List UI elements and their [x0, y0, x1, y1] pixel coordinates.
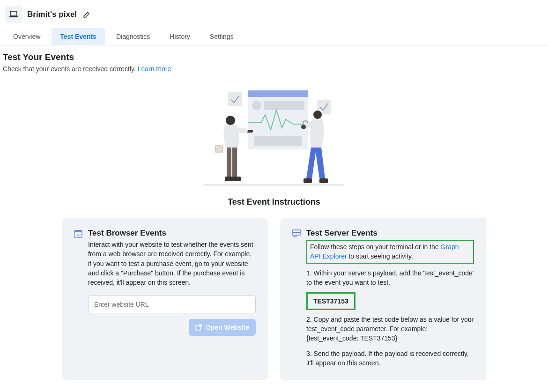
subtitle-text: Check that your events are received corr… — [3, 65, 138, 73]
svg-point-18 — [313, 111, 322, 119]
server-step-1: 1. Within your server's payload, add the… — [306, 268, 474, 288]
tab-settings[interactable]: Settings — [201, 28, 242, 45]
cards-row: </> Test Browser Events Interact with yo… — [0, 218, 548, 380]
tab-history[interactable]: History — [161, 28, 199, 45]
browser-card-desc: Interact with your website to test wheth… — [88, 240, 256, 287]
svg-rect-17 — [215, 146, 223, 152]
test-events-illustration — [201, 87, 347, 190]
edit-pixel-button[interactable] — [81, 9, 92, 20]
svg-rect-7 — [254, 136, 302, 146]
svg-rect-3 — [248, 90, 308, 97]
tab-test-events[interactable]: Test Events — [52, 28, 105, 45]
svg-rect-21 — [319, 178, 328, 183]
svg-rect-26 — [293, 230, 300, 232]
tab-bar: Overview Test Events Diagnostics History… — [0, 28, 548, 45]
svg-rect-20 — [304, 178, 312, 183]
browser-icon: </> — [74, 229, 82, 238]
svg-rect-0 — [10, 11, 17, 16]
svg-rect-9 — [228, 92, 242, 106]
svg-rect-13 — [227, 148, 231, 177]
svg-rect-27 — [293, 233, 300, 235]
svg-rect-1 — [9, 16, 18, 17]
svg-rect-15 — [225, 177, 233, 181]
browser-events-card: </> Test Browser Events Interact with yo… — [62, 218, 268, 380]
server-step-3: 3. Send the payload. If the payload is r… — [306, 349, 474, 368]
pencil-icon — [83, 11, 90, 18]
svg-point-5 — [252, 101, 261, 110]
instructions-title: Test Event Instructions — [0, 197, 548, 207]
pixel-icon — [5, 6, 22, 23]
pixel-title: Brimit's pixel — [27, 10, 77, 19]
header: Brimit's pixel — [0, 0, 548, 28]
server-intro-box: Follow these steps on your terminal or i… — [306, 240, 474, 264]
website-url-input[interactable] — [88, 296, 256, 313]
footer: Help | Give Feedback — [0, 389, 548, 392]
server-step-2: 2. Copy and paste the test code below as… — [306, 315, 474, 343]
svg-rect-14 — [232, 148, 237, 177]
svg-text:</>: </> — [76, 233, 81, 237]
svg-rect-16 — [232, 177, 241, 181]
svg-point-29 — [296, 236, 297, 237]
test-event-code[interactable]: TEST37153 — [306, 292, 355, 310]
page-title: Test Your Events — [0, 45, 548, 63]
server-icon — [292, 229, 301, 238]
learn-more-link[interactable]: Learn more — [138, 65, 171, 73]
tab-diagnostics[interactable]: Diagnostics — [108, 28, 158, 45]
server-events-card: Test Server Events Follow these steps on… — [280, 218, 486, 380]
open-website-label: Open Website — [206, 324, 249, 331]
svg-point-28 — [294, 236, 295, 237]
svg-point-19 — [301, 125, 306, 129]
server-card-title: Test Server Events — [306, 229, 474, 238]
open-website-button[interactable]: Open Website — [189, 319, 256, 336]
server-intro-prefix: Follow these steps on your terminal or i… — [310, 243, 441, 251]
laptop-icon — [9, 11, 18, 18]
illustration — [0, 87, 548, 190]
svg-rect-6 — [264, 101, 304, 110]
server-intro-suffix: to start seeing activity. — [347, 252, 413, 260]
tab-overview[interactable]: Overview — [5, 28, 49, 45]
external-link-icon — [195, 324, 202, 331]
browser-card-title: Test Browser Events — [88, 229, 256, 238]
page-subtitle: Check that your events are received corr… — [0, 63, 548, 78]
svg-point-11 — [226, 116, 235, 125]
